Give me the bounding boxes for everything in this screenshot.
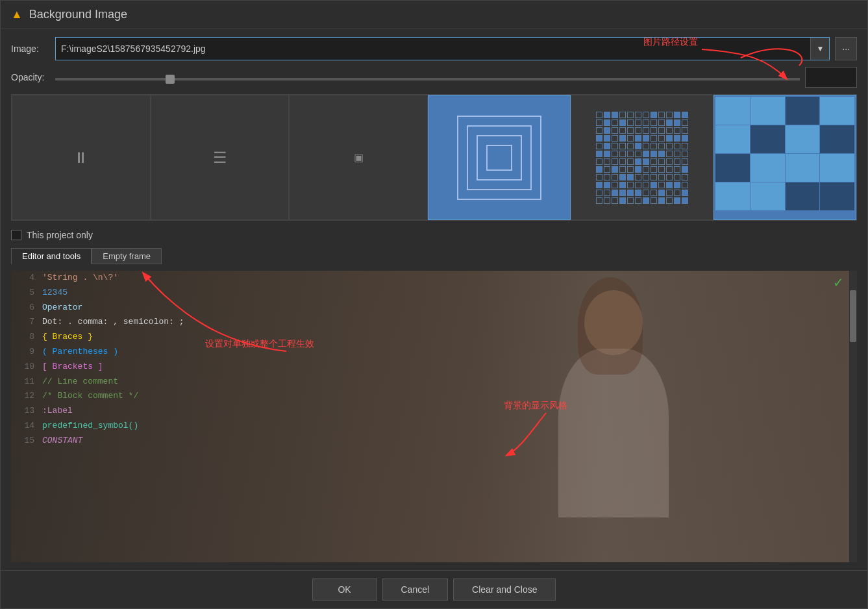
line-number: 14 — [16, 419, 34, 433]
code-content: 12345 — [42, 286, 68, 300]
line-number: 13 — [16, 404, 34, 418]
code-line-9: 9 ( Parentheses ) — [11, 345, 849, 360]
preview-tiles-area: ⏸ ☰ ▣ — [11, 94, 857, 221]
ok-button[interactable]: OK — [312, 578, 377, 601]
code-content: Dot: . comma: , semicolon: ; — [42, 316, 184, 329]
horizontal-lines-icon: ☰ — [213, 149, 227, 167]
slider-container — [55, 71, 800, 83]
line-number: 12 — [16, 390, 34, 403]
bottom-bar: OK Cancel Clear and Close — [1, 570, 867, 608]
code-line-8: 8 { Braces } — [11, 330, 849, 345]
line-number: 15 — [16, 434, 34, 448]
code-line-7: 7 Dot: . comma: , semicolon: ; — [11, 315, 849, 330]
line-number: 10 — [16, 360, 34, 374]
line-number: 7 — [16, 316, 34, 329]
scrollbar[interactable] — [849, 271, 857, 562]
code-content: ( Parentheses ) — [42, 345, 118, 359]
scrollbar-thumb[interactable] — [850, 290, 856, 342]
line-number: 8 — [16, 330, 34, 344]
small-center-icon: ▣ — [354, 151, 364, 164]
vertical-lines-icon: ⏸ — [73, 149, 89, 167]
code-line-13: 13 :Label — [11, 404, 849, 419]
tile-small-center[interactable]: ▣ — [289, 95, 428, 220]
tile-nested-squares[interactable] — [428, 95, 571, 220]
opacity-value-input[interactable] — [806, 72, 867, 82]
line-number: 11 — [16, 375, 34, 389]
triangle-icon: ▲ — [11, 8, 23, 21]
clear-close-button[interactable]: Clear and Close — [453, 578, 556, 601]
opacity-row: Opacity: ▲ ▼ — [11, 67, 857, 88]
line-number: 9 — [16, 345, 34, 359]
tab-editor-tools[interactable]: Editor and tools — [11, 248, 92, 264]
opacity-slider[interactable] — [55, 78, 800, 81]
code-line-5: 5 12345 — [11, 286, 849, 301]
code-content: :Label — [42, 404, 73, 418]
image-dropdown-button[interactable]: ▼ — [810, 38, 829, 60]
code-editor-content: 4 'String . \n\?' 5 12345 6 Operator 7 D… — [11, 271, 849, 562]
code-line-4: 4 'String . \n\?' — [11, 271, 849, 286]
tile-horizontal-lines[interactable]: ☰ — [151, 95, 290, 220]
line-number: 6 — [16, 301, 34, 315]
tile-dot-grid[interactable] — [571, 95, 713, 220]
code-line-14: 14 predefined_symbol() — [11, 419, 849, 434]
image-row: Image: ▼ ··· — [11, 37, 857, 60]
inner-square — [486, 145, 512, 171]
code-area: 4 'String . \n\?' 5 12345 6 Operator 7 D… — [11, 271, 857, 562]
image-input-container[interactable]: ▼ — [55, 37, 830, 60]
cancel-button[interactable]: Cancel — [382, 578, 449, 601]
line-number: 4 — [16, 271, 34, 285]
tile-vertical-lines[interactable]: ⏸ — [12, 95, 151, 220]
code-content: predefined_symbol() — [42, 419, 138, 433]
content-area: Image: ▼ ··· Opacity: ▲ ▼ — [1, 29, 867, 570]
code-line-11: 11 // Line comment — [11, 375, 849, 390]
opacity-label: Opacity: — [11, 72, 50, 82]
code-line-15: 15 CONSTANT — [11, 434, 849, 449]
code-content: [ Brackets ] — [42, 360, 103, 374]
code-content: /* Block comment */ — [42, 390, 138, 403]
code-line-10: 10 [ Brackets ] — [11, 360, 849, 375]
code-line-6: 6 Operator — [11, 301, 849, 316]
tab-empty-frame[interactable]: Empty frame — [92, 248, 162, 264]
dialog-title: Background Image — [29, 8, 127, 21]
line-number: 5 — [16, 286, 34, 300]
browse-button[interactable]: ··· — [835, 37, 857, 60]
code-content: Operator — [42, 301, 82, 315]
image-path-input[interactable] — [56, 44, 810, 54]
project-only-label[interactable]: This project only — [27, 230, 93, 240]
code-content: CONSTANT — [42, 434, 82, 448]
tile-mosaic[interactable] — [713, 95, 856, 220]
code-content: 'String . \n\?' — [42, 271, 118, 285]
project-only-checkbox[interactable] — [11, 230, 21, 240]
checkbox-row: This project only — [11, 230, 857, 240]
tabs-row: Editor and tools Empty frame — [11, 248, 857, 264]
code-content: { Braces } — [42, 330, 93, 344]
image-label: Image: — [11, 44, 50, 54]
dot-grid-visual — [596, 112, 688, 204]
opacity-value-box: ▲ ▼ — [805, 67, 857, 88]
title-bar: ▲ Background Image — [1, 1, 867, 29]
code-content: // Line comment — [42, 375, 118, 389]
code-line-12: 12 /* Block comment */ — [11, 389, 849, 404]
checkmark-icon: ✓ — [833, 275, 844, 290]
nested-squares-visual — [457, 116, 541, 200]
background-image-dialog: ▲ Background Image Image: ▼ ··· Opacity:… — [0, 0, 868, 609]
